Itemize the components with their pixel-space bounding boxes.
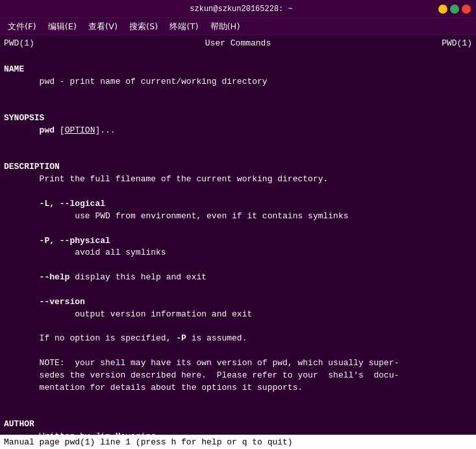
statusbar: Manual page pwd(1) line 1 (press h for h… bbox=[0, 435, 476, 449]
author-section-title: AUTHOR bbox=[4, 406, 472, 431]
menu-view[interactable]: 查看(V) bbox=[83, 19, 123, 34]
window-title: szkun@szkun20165228: ~ bbox=[44, 5, 438, 14]
desc-L-detail: use PWD from environment, even if it con… bbox=[4, 211, 472, 223]
desc-line1: Print the full filename of the current w… bbox=[4, 173, 472, 186]
menubar: 文件(F) 编辑(E) 查看(V) 搜索(S) 终端(T) 帮助(H) bbox=[0, 18, 476, 35]
menu-help[interactable]: 帮助(H) bbox=[205, 19, 245, 34]
desc-L-option: -L, --logical bbox=[4, 198, 472, 211]
maximize-button[interactable] bbox=[450, 5, 459, 14]
man-header-right: PWD(1) bbox=[442, 38, 472, 50]
menu-terminal[interactable]: 终端(T) bbox=[164, 19, 203, 34]
desc-note-shell1: NOTE: your shell may have its own versio… bbox=[4, 357, 472, 370]
window-controls[interactable] bbox=[438, 5, 471, 14]
synopsis-command: pwd [OPTION]... bbox=[4, 125, 472, 137]
desc-version-detail: output version information and exit bbox=[4, 309, 472, 321]
titlebar: szkun@szkun20165228: ~ bbox=[0, 0, 476, 18]
name-section-title: NAME bbox=[4, 51, 472, 76]
name-description: pwd - print name of current/working dire… bbox=[4, 76, 472, 88]
man-page-header: PWD(1) User Commands PWD(1) bbox=[4, 38, 472, 50]
terminal-content: PWD(1) User Commands PWD(1) NAME pwd - p… bbox=[0, 35, 476, 435]
desc-section-title: DESCRIPTION bbox=[4, 149, 472, 174]
synopsis-section-title: SYNOPSIS bbox=[4, 100, 472, 125]
desc-note-shell2: sedes the version described here. Please… bbox=[4, 370, 472, 382]
close-button[interactable] bbox=[462, 5, 471, 14]
menu-file[interactable]: 文件(F) bbox=[3, 19, 42, 34]
statusbar-text: Manual page pwd(1) line 1 (press h for h… bbox=[4, 437, 293, 447]
menu-search[interactable]: 搜索(S) bbox=[124, 19, 163, 34]
man-header-center: User Commands bbox=[205, 38, 271, 50]
desc-version-option: --version bbox=[4, 296, 472, 309]
desc-note-assumed: If no option is specified, -P is assumed… bbox=[4, 333, 472, 345]
desc-P-option: -P, --physical bbox=[4, 235, 472, 248]
man-header-left: PWD(1) bbox=[4, 38, 34, 50]
minimize-button[interactable] bbox=[438, 5, 447, 14]
menu-edit[interactable]: 编辑(E) bbox=[43, 19, 82, 34]
desc-note-shell3: mentation for details about the options … bbox=[4, 382, 472, 394]
desc-help: --help display this help and exit bbox=[4, 272, 472, 284]
desc-P-detail: avoid all symlinks bbox=[4, 247, 472, 259]
